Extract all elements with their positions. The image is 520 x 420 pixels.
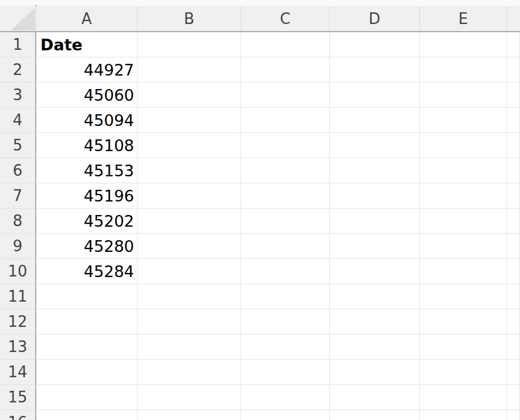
row-header-3[interactable]: 3 xyxy=(0,83,36,108)
cell-F10[interactable] xyxy=(507,259,520,284)
cell-E1[interactable] xyxy=(420,32,507,57)
row-header-8[interactable]: 8 xyxy=(0,209,36,234)
cell-B3[interactable] xyxy=(138,83,241,108)
cell-E6[interactable] xyxy=(420,158,507,183)
column-header-partial[interactable] xyxy=(507,6,520,31)
cell-C8[interactable] xyxy=(241,209,330,234)
cell-F7[interactable] xyxy=(507,183,520,209)
cell-E9[interactable] xyxy=(420,234,507,259)
cell-D3[interactable] xyxy=(330,83,420,108)
cell-B10[interactable] xyxy=(138,259,241,284)
column-header-B[interactable]: B xyxy=(138,6,241,31)
row-header-16[interactable]: 16 xyxy=(0,410,36,420)
cell-A4[interactable]: 45094 xyxy=(36,108,138,133)
cell-F13[interactable] xyxy=(507,334,520,360)
cell-C12[interactable] xyxy=(241,309,330,334)
cell-B13[interactable] xyxy=(138,334,241,360)
cell-B12[interactable] xyxy=(138,309,241,334)
cell-A10[interactable]: 45284 xyxy=(36,259,138,284)
row-header-9[interactable]: 9 xyxy=(0,234,36,259)
cell-B5[interactable] xyxy=(138,133,241,158)
cell-B1[interactable] xyxy=(138,32,241,57)
cell-B14[interactable] xyxy=(138,360,241,385)
cell-F4[interactable] xyxy=(507,108,520,133)
cell-B9[interactable] xyxy=(138,234,241,259)
cell-D4[interactable] xyxy=(330,108,420,133)
cell-E8[interactable] xyxy=(420,209,507,234)
cell-B6[interactable] xyxy=(138,158,241,183)
cell-C15[interactable] xyxy=(241,385,330,410)
cell-B7[interactable] xyxy=(138,183,241,209)
row-header-4[interactable]: 4 xyxy=(0,108,36,133)
cell-C7[interactable] xyxy=(241,183,330,209)
cell-B4[interactable] xyxy=(138,108,241,133)
cell-D8[interactable] xyxy=(330,209,420,234)
cell-C14[interactable] xyxy=(241,360,330,385)
cell-D11[interactable] xyxy=(330,284,420,309)
cell-E7[interactable] xyxy=(420,183,507,209)
column-header-E[interactable]: E xyxy=(420,6,507,31)
cell-D10[interactable] xyxy=(330,259,420,284)
row-header-13[interactable]: 13 xyxy=(0,334,36,360)
cell-F5[interactable] xyxy=(507,133,520,158)
select-all-corner[interactable] xyxy=(0,6,36,31)
cell-E13[interactable] xyxy=(420,334,507,360)
cell-D7[interactable] xyxy=(330,183,420,209)
cell-C5[interactable] xyxy=(241,133,330,158)
column-header-C[interactable]: C xyxy=(241,6,330,31)
cell-A12[interactable] xyxy=(36,309,138,334)
row-header-2[interactable]: 2 xyxy=(0,57,36,83)
cell-D14[interactable] xyxy=(330,360,420,385)
cell-F14[interactable] xyxy=(507,360,520,385)
cell-A15[interactable] xyxy=(36,385,138,410)
cell-F8[interactable] xyxy=(507,209,520,234)
cell-C9[interactable] xyxy=(241,234,330,259)
cell-C16[interactable] xyxy=(241,410,330,420)
cell-D15[interactable] xyxy=(330,385,420,410)
cell-F9[interactable] xyxy=(507,234,520,259)
cell-F12[interactable] xyxy=(507,309,520,334)
cell-A2[interactable]: 44927 xyxy=(36,57,138,83)
cell-A3[interactable]: 45060 xyxy=(36,83,138,108)
cell-C13[interactable] xyxy=(241,334,330,360)
cell-A5[interactable]: 45108 xyxy=(36,133,138,158)
cell-D2[interactable] xyxy=(330,57,420,83)
cell-D1[interactable] xyxy=(330,32,420,57)
column-header-A[interactable]: A xyxy=(36,6,138,31)
cell-D16[interactable] xyxy=(330,410,420,420)
cell-F15[interactable] xyxy=(507,385,520,410)
cell-E14[interactable] xyxy=(420,360,507,385)
cell-E2[interactable] xyxy=(420,57,507,83)
cell-A16[interactable] xyxy=(36,410,138,420)
cell-C4[interactable] xyxy=(241,108,330,133)
column-header-D[interactable]: D xyxy=(330,6,420,31)
cell-E3[interactable] xyxy=(420,83,507,108)
cell-F16[interactable] xyxy=(507,410,520,420)
cell-A13[interactable] xyxy=(36,334,138,360)
row-header-15[interactable]: 15 xyxy=(0,385,36,410)
cell-E5[interactable] xyxy=(420,133,507,158)
cell-E4[interactable] xyxy=(420,108,507,133)
cell-A6[interactable]: 45153 xyxy=(36,158,138,183)
cell-B8[interactable] xyxy=(138,209,241,234)
cell-A8[interactable]: 45202 xyxy=(36,209,138,234)
cell-F3[interactable] xyxy=(507,83,520,108)
cell-F1[interactable] xyxy=(507,32,520,57)
cell-E16[interactable] xyxy=(420,410,507,420)
row-header-7[interactable]: 7 xyxy=(0,183,36,209)
row-header-5[interactable]: 5 xyxy=(0,133,36,158)
cell-C2[interactable] xyxy=(241,57,330,83)
cell-E11[interactable] xyxy=(420,284,507,309)
row-header-11[interactable]: 11 xyxy=(0,284,36,309)
cell-E12[interactable] xyxy=(420,309,507,334)
cell-A11[interactable] xyxy=(36,284,138,309)
row-header-14[interactable]: 14 xyxy=(0,360,36,385)
cell-E10[interactable] xyxy=(420,259,507,284)
cell-A1[interactable]: Date xyxy=(36,32,138,57)
row-header-12[interactable]: 12 xyxy=(0,309,36,334)
cell-B16[interactable] xyxy=(138,410,241,420)
cell-F2[interactable] xyxy=(507,57,520,83)
cell-D5[interactable] xyxy=(330,133,420,158)
cell-D13[interactable] xyxy=(330,334,420,360)
cell-F6[interactable] xyxy=(507,158,520,183)
